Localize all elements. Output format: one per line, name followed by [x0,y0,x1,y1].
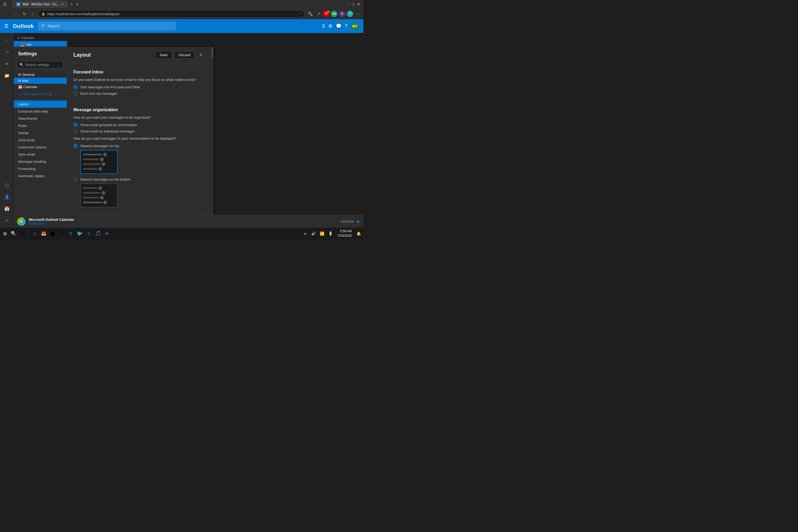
sidebar-upgrade-icon[interactable]: ⬡ [2,180,12,190]
tab-list-icon[interactable]: ▾ [75,2,79,6]
radio-newest-bottom[interactable]: Newest messages on the bottom [73,177,205,182]
settings-icon[interactable]: ⚙ [328,23,332,29]
sidebar: + ✉ ✏ 📁 ⬡ 👤 📅 ✓ ⊞ [0,33,14,240]
taskbar-outlook-icon[interactable]: N [66,229,75,238]
address-bar[interactable]: 🔒 https://outlook.live.com/mail/options/… [38,10,305,18]
taskbar-skype-icon[interactable]: S [84,229,93,238]
nav-compose-reply[interactable]: Compose and reply [14,108,67,115]
help-icon[interactable]: ? [345,23,347,29]
scrollbar-thumb[interactable] [212,48,213,58]
nav-rules[interactable]: Rules [14,122,67,129]
notification-text: Microsoft Outlook Calendar Today: Busy [29,217,338,225]
taskbar-up-arrow[interactable]: ∧ [301,230,309,237]
ext3-icon[interactable]: 🛡 [339,11,345,17]
sidebar-archive-icon[interactable]: 📁 [2,70,12,81]
save-button[interactable]: Save [155,51,172,59]
view-quick-settings-link[interactable]: ‹ < View quick settings [14,90,67,98]
sidebar-mail-icon[interactable]: ✉ [2,47,12,57]
settings-search-box[interactable]: 🔍 Search settings [17,61,63,68]
minimize-button[interactable]: − [346,2,350,7]
notif-subtitle: Today: Busy [29,222,338,225]
chat-icon[interactable]: 💬 [336,23,342,29]
header-right-icons: S ⚙ 💬 ? WT [322,22,359,30]
new-tab-button[interactable]: + [68,2,75,7]
back-icon[interactable]: ☰ [2,2,8,7]
taskbar-sound-icon[interactable]: 🔊 [310,230,317,237]
extensions-icon[interactable]: 🔧 [307,11,314,17]
skype-icon[interactable]: S [322,23,325,29]
search-box[interactable]: 🔍 Search [38,22,176,30]
forward-button[interactable]: → [12,11,19,17]
settings-cat-calendar[interactable]: 📅 Calendar [14,84,67,90]
radio-sort-focused[interactable]: Sort messages into Focused and Other [73,85,205,89]
sidebar-new-icon[interactable]: + [2,35,12,46]
radio-label-1: Sort messages into Focused and Other [80,85,140,89]
preview-avatar-4 [98,167,102,171]
ext4-icon[interactable]: T [347,11,353,17]
ext2-icon[interactable]: 189 [331,11,337,17]
discard-button[interactable]: Discard [174,51,195,59]
avatar[interactable]: WT [350,22,359,30]
tab-bar: M Mail - WinObs Test - Ou... ✕ + ▾ [10,0,346,8]
close-window-button[interactable]: ✕ [356,2,361,7]
browser-tab[interactable]: M Mail - WinObs Test - Ou... ✕ [12,1,68,8]
nav-customize-actions[interactable]: Customize actions [14,144,67,151]
taskbar-chrome-icon[interactable]: ⬤ [49,229,57,238]
start-button[interactable]: ⊞ [1,228,9,239]
settings-main: Layout Save Discard ✕ Focused Inbox Do y… [67,47,211,240]
nav-forwarding[interactable]: Forwarding [14,165,67,172]
settings-title: Settings [14,51,67,61]
menu-icon[interactable]: ⋯ [355,11,361,17]
taskbar-taskview-icon[interactable]: 🗂 [18,229,27,238]
preview-avatar-3 [101,162,105,166]
settings-cat-mail[interactable]: ✉ Mail [14,78,67,84]
taskbar-edge-icon[interactable]: e [30,229,39,238]
settings-scrollbar[interactable] [211,47,213,240]
maximize-button[interactable]: □ [351,2,355,7]
share-icon[interactable]: ↗ [316,11,321,17]
taskbar-ai-icon[interactable]: Ai [103,229,111,238]
notif-action-button[interactable]: ▶ [357,219,360,224]
sidebar-tasks-icon[interactable]: ✓ [2,215,12,226]
ext1-icon[interactable]: 🛡 22 [323,11,329,17]
home-button[interactable]: ⌂ [30,11,36,17]
tab-close-icon[interactable]: ✕ [61,2,64,6]
back-button[interactable]: ← [2,11,10,17]
folder-name: Inb [26,42,32,46]
nav-sync-email[interactable]: Sync email [14,151,67,158]
preview-avatar-2 [100,157,104,161]
focused-inbox-section: Focused Inbox Do you want Outlook to sor… [73,70,205,95]
taskbar-battery-icon[interactable]: 🔋 [327,230,334,237]
radio-circle-3 [73,122,78,127]
sidebar-draft-icon[interactable]: ✏ [2,58,12,69]
favorites-header[interactable]: ▼ Favorites [14,35,67,41]
taskbar-firefox-icon[interactable]: 🦊 [39,229,48,238]
preview-avatar-6 [101,191,105,195]
bookmark-icon[interactable]: ☆ [298,12,301,16]
refresh-button[interactable]: ↻ [21,11,28,18]
sidebar-contacts-icon[interactable]: 👤 [2,191,12,202]
nav-message-handling[interactable]: Message handling [14,158,67,165]
taskbar-music-icon[interactable]: 🎵 [94,229,102,238]
radio-newest-top[interactable]: Newest messages on top [73,144,205,148]
calendar-cat-icon: 📅 [18,85,22,89]
taskbar-clock[interactable]: 5:58 AM 7/25/2018 [336,229,354,238]
hamburger-icon[interactable]: ☰ [4,23,8,29]
sidebar-calendar-icon[interactable]: 📅 [2,203,12,214]
taskbar-twitter-icon[interactable]: 🐦 [76,229,84,238]
close-settings-button[interactable]: ✕ [197,51,205,58]
radio-circle-1 [73,85,78,89]
settings-cat-general[interactable]: ⚙ General [14,72,67,78]
action-center-icon[interactable]: 🔔 [355,230,362,237]
radio-grouped-conversation[interactable]: Show email grouped by conversation [73,122,205,127]
taskbar-shield-icon[interactable]: 🛡 [57,229,66,238]
taskbar-search-icon[interactable]: 🔍 [9,229,18,238]
radio-individual-messages[interactable]: Show email as individual messages [73,129,205,133]
nav-junk-email[interactable]: Junk email [14,136,67,144]
nav-sweep[interactable]: Sweep [14,129,67,136]
taskbar-network-icon[interactable]: 📶 [318,230,326,237]
nav-auto-replies[interactable]: Automatic replies [14,172,67,179]
radio-no-sort[interactable]: Don't sort my messages [73,91,205,95]
nav-attachments[interactable]: Attachments [14,115,67,122]
nav-layout[interactable]: Layout [14,100,67,108]
